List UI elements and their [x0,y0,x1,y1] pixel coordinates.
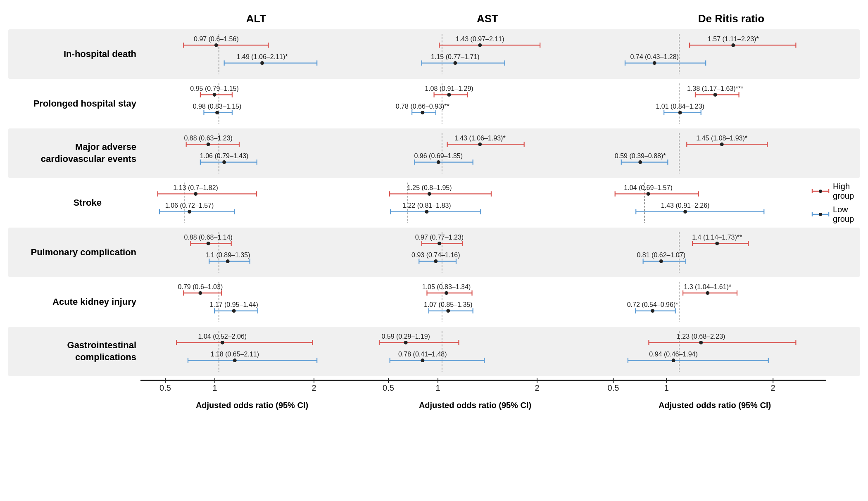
svg-text:1: 1 [664,383,669,392]
svg-point-103 [194,192,197,196]
row-label: In-hospital death [8,44,140,64]
svg-text:0.79 (0.6–1.03): 0.79 (0.6–1.03) [178,283,223,290]
row-label: Major adverse cardiovascular events [8,137,140,169]
forest-row: Major adverse cardiovascular events 0.88… [8,128,860,178]
svg-point-215 [233,359,237,362]
svg-point-125 [646,192,650,196]
svg-point-20 [453,61,457,65]
panels: 0.95 (0.79–1.15) 0.98 (0.83–1.15) 1.08 (… [140,81,860,126]
svg-text:1.06 (0.72–1.57): 1.06 (0.72–1.57) [165,202,214,209]
svg-text:1.45 (1.08–1.93)*: 1.45 (1.08–1.93)* [696,134,747,142]
svg-text:0.81 (0.62–1.07): 0.81 (0.62–1.07) [637,251,685,259]
panel: 0.79 (0.6–1.03) 1.17 (0.95–1.44) [140,279,364,325]
svg-point-92 [720,142,724,146]
forest-row: Gastrointestinal complications 1.04 (0.5… [8,327,860,376]
svg-text:2: 2 [312,383,316,392]
svg-text:1.13 (0.7–1.82): 1.13 (0.7–1.82) [173,184,218,191]
rows-area: In-hospital death 0.97 (0.6–1.56) 1.49 (… [8,29,860,376]
panel: 0.97 (0.6–1.56) 1.49 (1.06–2.11)* [140,31,364,77]
svg-point-70 [207,142,210,146]
panels: 0.97 (0.6–1.56) 1.49 (1.06–2.11)* 1.43 (… [140,31,860,77]
panel: 1.05 (0.83–1.34) 1.07 (0.85–1.35) [364,279,587,325]
x-axis-label: Adjusted odds ratio (95% CI) [587,401,843,410]
panel: 1.38 (1.17–1.63)*** 1.01 (0.84–1.23) [587,81,843,126]
row-label: Stroke [8,193,106,213]
svg-text:0.97 (0.6–1.56): 0.97 (0.6–1.56) [194,35,239,43]
svg-text:1: 1 [212,383,217,392]
svg-text:1.18 (0.65–2.11): 1.18 (0.65–2.11) [211,350,259,358]
col-header-deritis: De Ritis ratio [603,12,859,25]
svg-text:0.93 (0.74–1.16): 0.93 (0.74–1.16) [411,251,460,259]
x-axis-area: 0.512Adjusted odds ratio (95% CI)0.512Ad… [140,378,860,410]
panel: 1.45 (1.08–1.93)* 0.59 (0.39–0.88)* [587,131,843,176]
svg-point-37 [213,93,216,97]
svg-text:0.96 (0.69–1.35): 0.96 (0.69–1.35) [414,152,463,159]
panels: 0.88 (0.68–1.14) 1.1 (0.89–1.35) 0.97 (0… [140,230,860,275]
svg-text:1.04 (0.69–1.57): 1.04 (0.69–1.57) [624,184,673,191]
svg-point-166 [715,242,719,245]
svg-point-160 [434,259,438,263]
panel: 1.25 (0.8–1.95) 1.22 (0.81–1.83) [329,180,552,226]
svg-text:1.43 (0.91–2.26): 1.43 (0.91–2.26) [661,202,710,209]
panels: 0.79 (0.6–1.03) 1.17 (0.95–1.44) 1.05 (0… [140,279,860,325]
svg-text:0.95 (0.79–1.15): 0.95 (0.79–1.15) [190,85,239,92]
legend-low: Low group [812,205,860,224]
svg-point-149 [226,259,230,263]
svg-text:1.08 (0.91–1.29): 1.08 (0.91–1.29) [425,85,473,92]
svg-point-9 [260,61,264,65]
forest-row: Pulmonary complication 0.88 (0.68–1.14) … [8,228,860,277]
panel: 0.95 (0.79–1.15) 0.98 (0.83–1.15) [140,81,364,126]
svg-text:0.94 (0.46–1.94): 0.94 (0.46–1.94) [649,350,698,358]
svg-text:1.23 (0.68–2.23): 1.23 (0.68–2.23) [677,332,725,340]
svg-text:0.74 (0.43–1.28): 0.74 (0.43–1.28) [630,53,679,60]
svg-text:1.25 (0.8–1.95): 1.25 (0.8–1.95) [407,184,452,191]
svg-point-135 [819,190,822,193]
panel: 1.57 (1.11–2.23)* 0.74 (0.43–1.28) [587,31,843,77]
svg-point-53 [421,111,424,114]
svg-point-144 [207,242,210,245]
row-label: Gastrointestinal complications [8,335,140,367]
svg-point-204 [651,309,654,313]
svg-point-119 [425,210,428,214]
svg-text:1.43 (0.97–2.11): 1.43 (0.97–2.11) [456,35,504,43]
svg-text:1.4 (1.14–1.73)**: 1.4 (1.14–1.73)** [692,233,742,241]
x-axis-panel: 0.512Adjusted odds ratio (95% CI) [587,378,843,410]
svg-point-4 [214,43,218,47]
svg-text:0.78 (0.41–1.48): 0.78 (0.41–1.48) [398,350,447,358]
legend-high: High group [812,182,860,201]
svg-text:1.05 (0.83–1.34): 1.05 (0.83–1.34) [422,283,471,290]
svg-text:0.88 (0.63–1.23): 0.88 (0.63–1.23) [184,134,233,142]
svg-point-171 [659,259,663,263]
panel: 1.3 (1.04–1.61)* 0.72 (0.54–0.96)* [587,279,843,325]
svg-text:0.78 (0.66–0.93)**: 0.78 (0.66–0.93)** [396,102,449,110]
svg-text:1.04 (0.52–2.06): 1.04 (0.52–2.06) [198,332,247,340]
panel: 1.13 (0.7–1.82) 1.06 (0.72–1.57) [106,180,329,226]
column-headers: ALT AST De Ritis ratio [140,12,860,25]
svg-point-130 [683,210,687,214]
row-label: Pulmonary complication [8,242,140,263]
svg-text:2: 2 [535,383,539,392]
panels: 1.04 (0.52–2.06) 1.18 (0.65–2.11) 0.59 (… [140,329,860,374]
svg-text:0.72 (0.54–0.96)*: 0.72 (0.54–0.96)* [627,301,678,308]
forest-row: In-hospital death 0.97 (0.6–1.56) 1.49 (… [8,29,860,79]
legend: High groupLow group [812,182,860,224]
svg-point-221 [404,341,408,344]
svg-point-188 [445,291,448,295]
legend-low-label: Low group [833,205,860,224]
svg-text:0.5: 0.5 [608,383,619,392]
svg-text:0.88 (0.68–1.14): 0.88 (0.68–1.14) [184,233,233,241]
panel: 1.43 (1.06–1.93)* 0.96 (0.69–1.35) [364,131,587,176]
svg-point-26 [731,43,735,47]
svg-point-139 [819,213,822,216]
svg-point-15 [478,43,482,47]
panel: 0.88 (0.63–1.23) 1.06 (0.79–1.43) [140,131,364,176]
chart-container: ALT AST De Ritis ratio In-hospital death… [0,0,868,443]
x-axis-panel: 0.512Adjusted odds ratio (95% CI) [140,378,364,410]
svg-text:1.15 (0.77–1.71): 1.15 (0.77–1.71) [431,53,480,60]
svg-text:2: 2 [771,383,775,392]
svg-text:1.3 (1.04–1.61)*: 1.3 (1.04–1.61)* [684,283,731,290]
panel: 0.88 (0.68–1.14) 1.1 (0.89–1.35) [140,230,364,275]
x-axis-panel: 0.512Adjusted odds ratio (95% CI) [364,378,587,410]
row-label: Acute kidney injury [8,292,140,312]
panel: 1.23 (0.68–2.23) 0.94 (0.46–1.94) [587,329,843,374]
